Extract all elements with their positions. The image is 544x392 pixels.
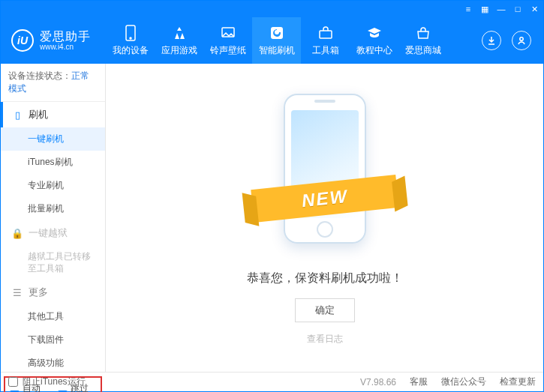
section-title: 一键越狱 [29,226,68,240]
menu-more: 其他工具 下载固件 高级功能 [1,305,105,375]
svg-point-1 [130,37,131,39]
jailbreak-note: 越狱工具已转移至工具箱 [1,246,105,280]
footer-support[interactable]: 客服 [410,376,428,388]
app-site: www.i4.cn [40,43,91,51]
phone-icon [122,25,139,41]
phone-illustration: NEW [269,94,381,251]
maximize-icon[interactable]: □ [513,4,522,13]
menu-itunes-flash[interactable]: iTunes刷机 [1,151,105,174]
nav-label: 铃声壁纸 [210,44,246,57]
top-nav: 我的设备 应用游戏 铃声壁纸 智能刷机 工具箱 教程中心 [106,17,447,64]
ribbon-text: NEW [300,186,349,211]
skin-icon[interactable]: ▦ [480,4,489,13]
section-title: 刷机 [29,108,48,121]
block-itunes-input[interactable] [8,377,18,387]
success-message: 恭喜您，保资料刷机成功啦！ [247,271,403,286]
section-jailbreak: 🔒 一键越狱 [1,220,105,246]
nav-label: 爱思商城 [405,44,441,57]
refresh-icon [269,25,285,41]
section-more[interactable]: ☰ 更多 [1,280,105,305]
close-icon[interactable]: ✕ [530,4,539,13]
connection-status: 设备连接状态：正常模式 [1,64,105,102]
menu-icon[interactable]: ≡ [464,4,473,13]
view-log-link[interactable]: 查看日志 [307,333,343,346]
nav-label: 工具箱 [312,44,339,57]
section-title: 更多 [29,286,48,299]
nav-apps[interactable]: 应用游戏 [155,17,203,64]
graduation-icon [366,25,383,41]
nav-label: 教程中心 [356,44,392,57]
menu-flash: 一键刷机 iTunes刷机 专业刷机 批量刷机 [1,127,105,220]
svg-rect-3 [271,27,283,39]
menu-other-tools[interactable]: 其他工具 [1,305,105,328]
nav-label: 应用游戏 [161,44,197,57]
block-itunes-label: 阻止iTunes运行 [23,376,86,388]
logo-mark-icon: iU [11,29,34,52]
menu-one-click-flash[interactable]: 一键刷机 [1,127,105,151]
block-itunes[interactable]: 阻止iTunes运行 [8,376,86,388]
footer: 阻止iTunes运行 V7.98.66 客服 微信公众号 检查更新 [1,372,543,391]
nav-label: 智能刷机 [259,44,295,57]
footer-update[interactable]: 检查更新 [500,376,536,388]
nav-my-device[interactable]: 我的设备 [106,17,155,64]
titlebar: ≡ ▦ — □ ✕ [1,1,543,17]
list-icon: ☰ [12,287,23,298]
nav-ringtones[interactable]: 铃声壁纸 [203,17,252,64]
app-window: ≡ ▦ — □ ✕ iU 爱思助手 www.i4.cn 我的设备 应用游戏 [0,0,544,392]
sidebar: 设备连接状态：正常模式 ▯ 刷机 一键刷机 iTunes刷机 专业刷机 批量刷机… [1,64,106,372]
main-panel: NEW 恭喜您，保资料刷机成功啦！ 确定 查看日志 [106,64,543,372]
section-flash[interactable]: ▯ 刷机 [1,102,105,127]
lock-icon: 🔒 [12,228,23,238]
download-button[interactable] [482,31,501,50]
nav-tutorial[interactable]: 教程中心 [350,17,398,64]
menu-batch-flash[interactable]: 批量刷机 [1,197,105,220]
account-button[interactable] [512,31,531,50]
nav-label: 我的设备 [113,44,149,57]
version: V7.98.66 [360,377,396,388]
minimize-icon[interactable]: — [497,4,506,13]
store-icon [415,25,431,41]
nav-store[interactable]: 爱思商城 [398,17,447,64]
svg-rect-4 [320,31,332,38]
nav-flash[interactable]: 智能刷机 [252,17,301,64]
footer-wechat[interactable]: 微信公众号 [441,376,486,388]
menu-pro-flash[interactable]: 专业刷机 [1,174,105,197]
header-right [482,31,543,50]
app-title: 爱思助手 [40,30,91,43]
menu-download-fw[interactable]: 下载固件 [1,328,105,352]
wallpaper-icon [220,25,236,41]
nav-toolbox[interactable]: 工具箱 [301,17,350,64]
status-label: 设备连接状态： [8,70,71,81]
body: 设备连接状态：正常模式 ▯ 刷机 一键刷机 iTunes刷机 专业刷机 批量刷机… [1,64,543,372]
toolbox-icon [317,25,334,41]
ok-button[interactable]: 确定 [295,298,355,322]
logo: iU 爱思助手 www.i4.cn [1,29,101,52]
svg-point-5 [520,37,523,40]
apps-icon [171,25,188,41]
phone-icon: ▯ [12,109,23,120]
header: iU 爱思助手 www.i4.cn 我的设备 应用游戏 铃声壁纸 智能刷机 [1,17,543,64]
